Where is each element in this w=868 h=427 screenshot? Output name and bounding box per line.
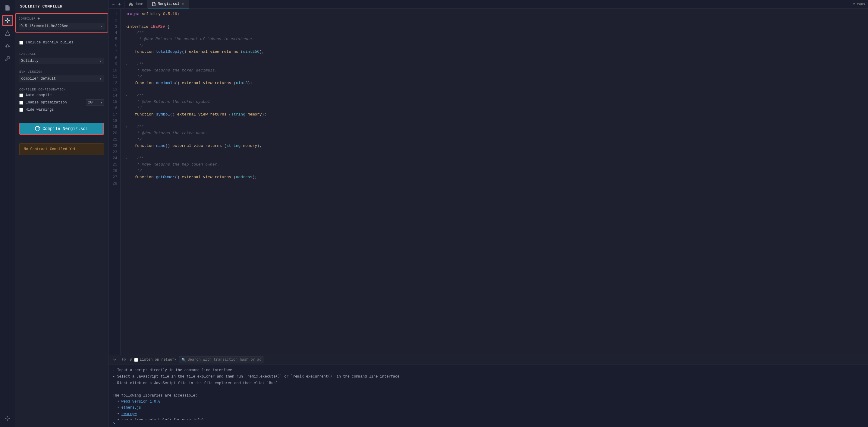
zoom-in-button[interactable]: +: [117, 1, 122, 8]
optimization-value-input[interactable]: [86, 99, 104, 106]
evm-section: EVM VERSION compiler default homestead b…: [15, 67, 108, 85]
optimization-row: Enable optimization: [19, 99, 104, 106]
swarmgw-link[interactable]: swarmgw: [121, 412, 136, 416]
evm-label: EVM VERSION: [19, 70, 104, 73]
hide-warnings-row: Hide warnings: [19, 108, 104, 112]
tab-home[interactable]: Home: [124, 0, 148, 8]
auto-compile-checkbox[interactable]: [19, 93, 23, 97]
no-contract-box: No Contract Compiled Yet: [19, 143, 104, 155]
sidebar-item-deploy[interactable]: [2, 28, 13, 39]
listen-network-checkbox[interactable]: [134, 358, 138, 362]
compiler-config-section: COMPILER CONFIGURATION Auto compile Enab…: [15, 85, 108, 117]
main-area: − + Home Nergiz.sol ✕ 2 tabs: [108, 0, 868, 427]
terminal-history-button[interactable]: [121, 357, 127, 363]
svg-point-3: [6, 44, 9, 47]
language-label: LANGUAGE: [19, 53, 104, 56]
terminal-count: 0: [130, 358, 132, 362]
terminal-search-wrap: 🔍: [179, 356, 264, 363]
svg-marker-2: [5, 31, 10, 36]
listen-network-label[interactable]: listen on network: [140, 358, 176, 362]
sidebar-item-debug[interactable]: [2, 40, 13, 51]
sidebar-item-tools[interactable]: [2, 53, 13, 64]
compiler-section: COMPILER + 0.5.16+commit.9c3226ce 0.6.0+…: [15, 13, 108, 33]
tab-file-label: Nergiz.sol: [158, 2, 179, 6]
tab-file[interactable]: Nergiz.sol ✕: [148, 0, 189, 8]
hide-warnings-label[interactable]: Hide warnings: [26, 108, 54, 112]
chevron-down-icon: [113, 357, 117, 362]
language-wrapper: Solidity Yul: [19, 58, 104, 64]
file-icon: [152, 2, 156, 6]
terminal-toolbar: 0 listen on network 🔍: [108, 355, 868, 365]
include-nightly-label[interactable]: Include nightly builds: [26, 40, 73, 44]
compiler-version-select[interactable]: 0.5.16+commit.9c3226ce 0.6.0+commit.26b7…: [19, 23, 104, 30]
web3-link[interactable]: web3 version 1.0.0: [121, 400, 161, 404]
terminal-collapse-button[interactable]: [112, 357, 118, 363]
line-numbers: 12345 678910 1112131415 1617181920 21222…: [108, 9, 121, 355]
tab-bar: − + Home Nergiz.sol ✕ 2 tabs: [108, 0, 868, 9]
compiler-add-icon[interactable]: +: [37, 16, 40, 21]
include-nightly-checkbox[interactable]: [19, 41, 23, 44]
hide-warnings-checkbox[interactable]: [19, 108, 23, 112]
terminal-content: - Input a script directly in the command…: [108, 365, 868, 420]
compiler-version-wrapper: 0.5.16+commit.9c3226ce 0.6.0+commit.26b7…: [19, 23, 104, 30]
sidebar-item-settings[interactable]: [2, 413, 13, 424]
language-section: LANGUAGE Solidity Yul: [15, 50, 108, 67]
compile-btn-section: Compile Nergiz.sol: [15, 117, 108, 141]
sidebar-item-files[interactable]: [2, 2, 13, 13]
listen-network-row: listen on network: [134, 358, 176, 362]
no-contract-text: No Contract Compiled Yet: [24, 147, 76, 151]
refresh-icon: [35, 126, 40, 131]
bottom-area: 0 listen on network 🔍 - Input a script d…: [108, 355, 868, 427]
svg-point-4: [7, 418, 8, 420]
tab-close-button[interactable]: ✕: [181, 2, 185, 6]
ethers-link[interactable]: ethers.js: [121, 405, 141, 410]
sidebar-item-compiler[interactable]: [2, 15, 13, 26]
optimization-value-wrapper: [86, 99, 104, 106]
icon-bar: [0, 0, 15, 427]
language-select[interactable]: Solidity Yul: [19, 58, 104, 64]
compiler-label: COMPILER +: [19, 16, 104, 21]
optimization-checkbox[interactable]: [19, 101, 23, 104]
evm-select[interactable]: compiler default homestead byzantium con…: [19, 75, 104, 82]
include-nightly-section: Include nightly builds: [15, 36, 108, 50]
config-label: COMPILER CONFIGURATION: [19, 88, 104, 91]
evm-wrapper: compiler default homestead byzantium con…: [19, 75, 104, 82]
code-content[interactable]: pragma solidity 0.5.16; ▾interface IBEP2…: [121, 9, 868, 355]
panel-title: SOLIDITY COMPILER: [15, 0, 108, 13]
zoom-out-button[interactable]: −: [111, 1, 116, 8]
terminal-search-icon: 🔍: [181, 358, 186, 362]
auto-compile-label[interactable]: Auto compile: [26, 93, 52, 97]
terminal-search-input[interactable]: [179, 356, 264, 363]
code-editor[interactable]: 12345 678910 1112131415 1617181920 21222…: [108, 9, 868, 355]
optimization-label[interactable]: Enable optimization: [26, 100, 84, 104]
terminal-prompt: >: [108, 420, 868, 427]
clock-icon: [122, 357, 126, 362]
home-icon: [129, 2, 133, 6]
svg-point-1: [7, 20, 8, 22]
compile-button[interactable]: Compile Nergiz.sol: [19, 123, 104, 135]
left-panel: SOLIDITY COMPILER COMPILER + 0.5.16+comm…: [15, 0, 108, 427]
editor-area: − + Home Nergiz.sol ✕ 2 tabs: [108, 0, 868, 355]
include-nightly-row: Include nightly builds: [19, 40, 104, 44]
auto-compile-row: Auto compile: [19, 93, 104, 97]
tabs-count: 2 tabs: [850, 1, 868, 7]
